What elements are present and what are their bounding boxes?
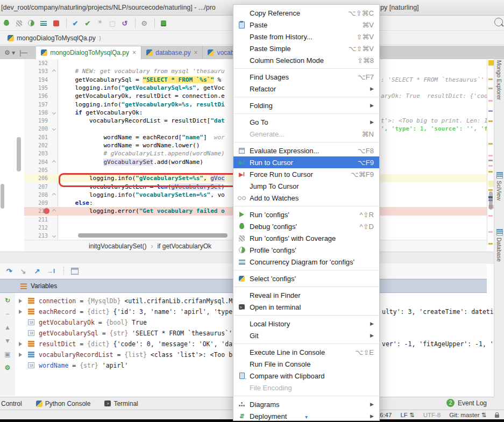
expand-arrow-icon[interactable]: [19, 342, 22, 346]
event-log-button[interactable]: 2 Event Log: [446, 399, 487, 407]
menu-item-folding[interactable]: Folding▶: [233, 99, 379, 111]
menu-item-run-configs-with-coverage[interactable]: Run 'configs' with Coverage: [233, 232, 379, 244]
tab-controls[interactable]: ⚙ ▾|—: [0, 46, 36, 59]
menu-item-concurrency-diagram-for-configs[interactable]: Concurrency Diagram for 'configs': [233, 256, 379, 268]
editor-scrollbar-thumb[interactable]: [489, 191, 493, 210]
expand-arrow-icon[interactable]: [19, 310, 22, 314]
file-encoding[interactable]: UTF-8: [423, 412, 441, 418]
tab-close-icon[interactable]: ×: [132, 49, 136, 56]
caret-position[interactable]: 6:47: [380, 412, 392, 418]
resume-icon[interactable]: ↻: [3, 296, 12, 305]
menu-item-debug-configs[interactable]: Debug 'configs'^⇧D: [233, 220, 379, 232]
mute-icon[interactable]: −: [3, 310, 12, 318]
up-icon[interactable]: ▲: [3, 323, 12, 332]
tab-bar-control-icon[interactable]: |—: [19, 49, 27, 56]
editor-horizontal-scrollbar[interactable]: [78, 233, 228, 238]
stripe-mark[interactable]: [488, 100, 493, 102]
stripe-mark[interactable]: [488, 189, 493, 191]
menu-item-profile-configs[interactable]: Profile 'configs': [233, 244, 379, 256]
stripe-mark[interactable]: [488, 88, 493, 89]
step-into-icon[interactable]: ↘: [17, 266, 29, 276]
error-stripe[interactable]: [487, 59, 494, 245]
menu-item-local-history[interactable]: Local History▶: [233, 318, 379, 330]
search-icon[interactable]: [494, 18, 503, 26]
step-over-icon[interactable]: ↷: [3, 266, 15, 276]
menu-item-run-to-cursor[interactable]: ▶IRun to Cursor⌥F9: [233, 156, 379, 168]
stripe-mark[interactable]: [488, 110, 493, 112]
stripe-mark[interactable]: [488, 160, 493, 161]
coverage-icon[interactable]: [13, 18, 24, 28]
menu-item-run-file-in-console[interactable]: Run File in Console: [233, 358, 379, 370]
fold-marker-icon[interactable]: [52, 127, 56, 131]
menu-item-copy-reference[interactable]: Copy Reference⌥⇧⌘C: [233, 7, 379, 19]
settings-icon[interactable]: ⚙: [3, 363, 12, 372]
menu-item-select-configs[interactable]: Select 'configs': [233, 273, 379, 284]
menu-item-open-in-terminal[interactable]: Open in terminal: [233, 301, 379, 313]
run-to-cursor-icon[interactable]: →I: [45, 266, 57, 276]
menu-item-add-to-watches[interactable]: Add to Watches: [233, 192, 379, 204]
copy-icon[interactable]: ▣: [3, 350, 12, 359]
fold-marker-icon[interactable]: [52, 111, 56, 115]
settings-icon[interactable]: ⚙: [139, 18, 150, 28]
step-into-icon[interactable]: ＊: [95, 18, 105, 28]
stripe-mark[interactable]: [488, 120, 493, 122]
tab-database-py[interactable]: database.py×: [141, 46, 203, 59]
menu-item-compare-with-clipboard[interactable]: Compare with Clipboard: [233, 370, 379, 382]
left-panel-scrollbar[interactable]: [17, 137, 21, 171]
menu-item-go-to[interactable]: Go To▶: [233, 116, 379, 128]
stop-icon[interactable]: [51, 18, 61, 28]
fold-marker-icon[interactable]: [52, 234, 56, 238]
tool-stripe-sciview[interactable]: SciView: [496, 181, 502, 201]
drop-frame-icon[interactable]: ↺: [119, 18, 130, 28]
show-execution-point-icon[interactable]: ✔: [70, 18, 81, 28]
stripe-mark[interactable]: [488, 165, 493, 167]
menu-item-refactor[interactable]: Refactor▶: [233, 83, 379, 95]
menu-item-paste-simple[interactable]: Paste Simple⌥⇧⌘V: [233, 42, 379, 54]
stripe-mark[interactable]: [488, 155, 493, 156]
breadcrumb-item[interactable]: initgVocabularySet(): [89, 242, 146, 250]
breadcrumb-item[interactable]: if getVocabularyOk: [157, 242, 211, 250]
menu-item-paste[interactable]: Paste⌘V: [233, 19, 379, 31]
breakpoint-icon[interactable]: [44, 208, 49, 214]
tool-stripe-mongo-explorer[interactable]: Mongo Explorer: [496, 60, 502, 100]
debug-icon[interactable]: [1, 18, 12, 28]
stripe-mark[interactable]: [488, 171, 493, 173]
lock-icon[interactable]: [495, 414, 499, 418]
fold-marker-icon[interactable]: [52, 160, 56, 164]
tab-close-icon[interactable]: ×: [194, 49, 197, 56]
stripe-mark[interactable]: [488, 243, 493, 245]
evaluate-icon[interactable]: [69, 266, 81, 276]
menu-item-generate[interactable]: Generate...⌘N: [233, 128, 379, 140]
down-icon[interactable]: ▼: [3, 337, 12, 345]
menu-item-find-usages[interactable]: Find Usages⌥F7: [233, 71, 379, 83]
fold-marker-icon[interactable]: [52, 69, 56, 73]
tool-window-button-python-console[interactable]: Python Console: [36, 400, 91, 407]
concurrency-icon[interactable]: [38, 18, 49, 28]
menu-item-run-configs[interactable]: Run 'configs'^⇧R: [233, 209, 379, 220]
stripe-mark[interactable]: [488, 231, 493, 233]
step-over-icon[interactable]: ✔: [82, 18, 93, 28]
left-panel-scrollbar-2[interactable]: [1, 184, 4, 209]
profile-icon[interactable]: [26, 18, 37, 28]
menu-item-column-selection-mode[interactable]: Column Selection Mode⇧⌘8: [233, 54, 379, 66]
menu-item-reveal-in-finder[interactable]: Reveal in Finder: [233, 289, 379, 301]
expand-arrow-icon[interactable]: [19, 353, 22, 357]
tool-window-button-control[interactable]: Control: [1, 400, 22, 407]
breadcrumb-file[interactable]: mongoDialogToMysqlQa.py: [17, 34, 96, 42]
tab-bar-control-icon[interactable]: ⚙ ▾: [4, 49, 15, 56]
line-ending-selector[interactable]: LF ⇅: [400, 411, 414, 419]
tool-stripe-database[interactable]: Database: [496, 238, 502, 262]
menu-item-evaluate-expression[interactable]: Evaluate Expression...⌥F8: [233, 145, 379, 156]
git-branch[interactable]: Git: master ⇅: [449, 411, 486, 419]
tab-mongodialogtomysqlqa-py[interactable]: mongoDialogToMysqlQa.py×: [36, 46, 141, 59]
tool-window-button-terminal[interactable]: >Terminal: [104, 400, 138, 407]
copy-special-icon[interactable]: [158, 18, 169, 28]
stripe-mark[interactable]: [488, 215, 493, 217]
menu-item-paste-from-history[interactable]: Paste from History...⇧⌘V: [233, 31, 379, 42]
menu-item-diagrams[interactable]: Diagrams▶: [233, 398, 379, 410]
fold-marker-icon[interactable]: [52, 209, 56, 213]
menu-scroll-down-icon[interactable]: ▾: [233, 414, 379, 420]
menu-item-jump-to-cursor[interactable]: Jump To Cursor: [233, 180, 379, 192]
menu-item-git[interactable]: Git▶: [233, 330, 379, 341]
fold-marker-icon[interactable]: [52, 193, 56, 197]
